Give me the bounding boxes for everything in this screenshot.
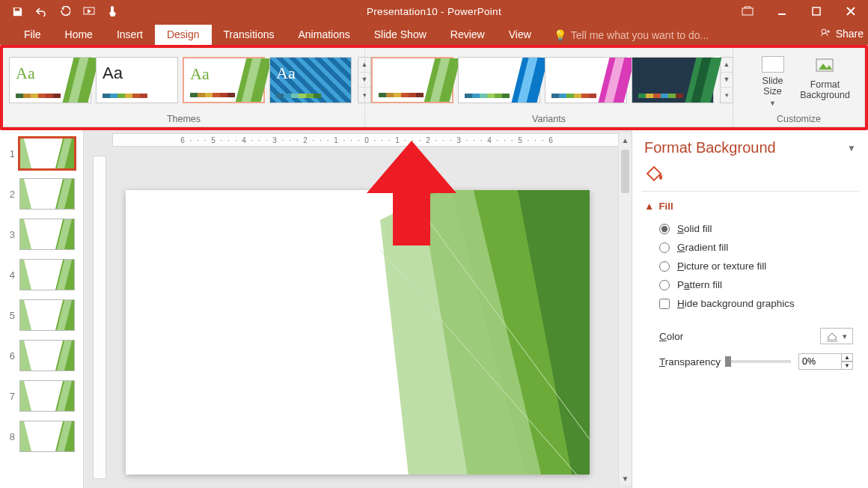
hide-bg-checkbox[interactable] <box>659 299 670 309</box>
slide-canvas[interactable] <box>126 190 590 475</box>
transparency-input[interactable] <box>798 353 842 370</box>
variant-thumb-1[interactable] <box>371 57 453 103</box>
hide-bg-label: Hide background graphics <box>677 298 795 309</box>
scroll-down-icon[interactable]: ▼ <box>721 73 733 88</box>
thumb-art <box>239 58 263 102</box>
slide-thumb-row[interactable]: 1 <box>0 136 83 177</box>
variant-thumb-2[interactable] <box>458 57 540 103</box>
tab-design[interactable]: Design <box>155 25 212 45</box>
tab-insert[interactable]: Insert <box>105 25 155 45</box>
slide-thumb-row[interactable]: 4 <box>0 257 83 298</box>
slide-thumbnail[interactable] <box>19 178 75 210</box>
theme-thumb-1[interactable]: Aa <box>9 57 91 103</box>
tab-file[interactable]: File <box>12 25 53 45</box>
slide-thumbnail[interactable] <box>19 421 75 452</box>
slide-number: 5 <box>6 310 15 321</box>
main-area: 1 2 3 4 5 6 7 <box>0 130 868 488</box>
share-label: Share <box>836 28 864 40</box>
scroll-up-icon[interactable]: ▲ <box>619 133 632 147</box>
slide-thumb-row[interactable]: 8 <box>0 419 83 460</box>
transparency-spin[interactable]: ▲ ▼ <box>798 353 853 370</box>
gradient-fill-radio[interactable] <box>659 243 670 253</box>
variant-thumb-4[interactable] <box>632 57 714 103</box>
minimize-button[interactable] <box>765 0 799 22</box>
variant-thumb-3[interactable] <box>545 57 627 103</box>
thumb-art <box>19 260 31 290</box>
tab-slideshow[interactable]: Slide Show <box>362 25 438 45</box>
thumb-art <box>428 58 452 102</box>
theme-thumb-3[interactable]: Aa <box>183 57 265 103</box>
pattern-fill-option[interactable]: Pattern fill <box>644 275 856 294</box>
transparency-slider[interactable] <box>725 360 791 363</box>
fill-bucket-icon[interactable] <box>632 161 868 191</box>
theme-thumb-4[interactable]: Aa <box>269 57 352 103</box>
slide-thumb-row[interactable]: 2 <box>0 177 83 217</box>
slideshow-icon[interactable] <box>82 4 96 18</box>
swatches <box>379 93 424 97</box>
tab-home[interactable]: Home <box>53 25 105 45</box>
chevron-down-icon: ▼ <box>769 100 776 107</box>
pane-menu-icon[interactable]: ▼ <box>847 143 856 153</box>
thumb-art <box>19 179 31 209</box>
variants-gallery-scroll[interactable]: ▲ ▼ ▾ <box>720 57 733 103</box>
share-button[interactable]: Share <box>819 22 864 45</box>
slide-thumbnail[interactable] <box>19 340 75 371</box>
tab-transitions[interactable]: Transitions <box>212 25 287 45</box>
tell-me-search[interactable]: 💡 Tell me what you want to do... <box>549 25 713 45</box>
format-background-label: Format Background <box>800 79 850 100</box>
slide-thumb-row[interactable]: 6 <box>0 338 83 379</box>
theme-thumb-2[interactable]: Aa <box>96 57 178 103</box>
slider-knob[interactable] <box>725 356 731 367</box>
scroll-up-icon[interactable]: ▲ <box>721 58 733 73</box>
tab-review[interactable]: Review <box>438 25 497 45</box>
solid-fill-radio[interactable] <box>659 224 670 234</box>
solid-fill-label: SSolid fillolid fill <box>677 223 712 234</box>
slide-thumbnail[interactable] <box>19 138 75 169</box>
variants-gallery: ▲ ▼ ▾ <box>371 57 733 103</box>
pattern-fill-radio[interactable] <box>659 280 670 290</box>
ribbon-options-icon[interactable] <box>730 0 765 22</box>
scroll-down-icon[interactable]: ▼ <box>619 472 632 485</box>
undo-icon[interactable] <box>34 4 48 18</box>
tab-animations[interactable]: Animations <box>286 25 361 45</box>
save-icon[interactable] <box>10 4 24 18</box>
touch-mode-icon[interactable] <box>106 4 120 18</box>
scrollbar-thumb[interactable] <box>621 150 629 193</box>
svg-rect-1 <box>742 8 753 15</box>
pattern-fill-label: Pattern fill <box>677 279 722 290</box>
picture-fill-radio[interactable] <box>659 261 670 272</box>
window-controls <box>730 0 868 22</box>
ribbon: Aa Aa Aa Aa ▲ <box>3 48 865 127</box>
themes-group: Aa Aa Aa Aa ▲ <box>3 48 365 126</box>
slide-number: 3 <box>6 229 15 240</box>
color-label: Color <box>659 331 683 342</box>
hide-bg-option[interactable]: Hide background graphics <box>644 294 856 313</box>
slide-art <box>380 190 590 475</box>
color-picker[interactable]: ▾ <box>820 328 853 344</box>
tab-view[interactable]: View <box>497 25 543 45</box>
solid-fill-option[interactable]: SSolid fillolid fill <box>644 219 856 238</box>
slide-thumbnail[interactable] <box>19 380 75 412</box>
slide-thumb-row[interactable]: 7 <box>0 379 83 419</box>
slide-size-button[interactable]: Slide Size ▼ <box>748 53 798 107</box>
slide-thumbnail-panel: 1 2 3 4 5 6 7 <box>0 130 84 488</box>
format-background-button[interactable]: Format Background <box>801 53 850 107</box>
gradient-fill-option[interactable]: Gradient fill <box>644 238 856 257</box>
slide-number: 1 <box>6 148 15 159</box>
redo-icon[interactable] <box>58 4 72 18</box>
maximize-button[interactable] <box>799 0 834 22</box>
fill-section-header[interactable]: ▲ Fill <box>644 201 856 212</box>
picture-fill-option[interactable]: Picture or texture fill <box>644 257 856 275</box>
close-button[interactable] <box>834 0 868 22</box>
slide-thumbnail[interactable] <box>19 259 75 290</box>
vertical-scrollbar[interactable]: ▲ ▼ <box>618 133 632 485</box>
spin-down-icon[interactable]: ▼ <box>841 362 853 370</box>
more-icon[interactable]: ▾ <box>721 88 733 102</box>
slide-thumbnail[interactable] <box>19 299 75 331</box>
slide-thumbnail[interactable] <box>19 219 75 250</box>
customize-group: Slide Size ▼ Format Background Customize <box>733 48 865 126</box>
transparency-label: Transparency <box>659 356 721 367</box>
slide-thumb-row[interactable]: 3 <box>0 217 83 257</box>
slide-thumb-row[interactable]: 5 <box>0 298 83 338</box>
spin-up-icon[interactable]: ▲ <box>841 353 853 362</box>
